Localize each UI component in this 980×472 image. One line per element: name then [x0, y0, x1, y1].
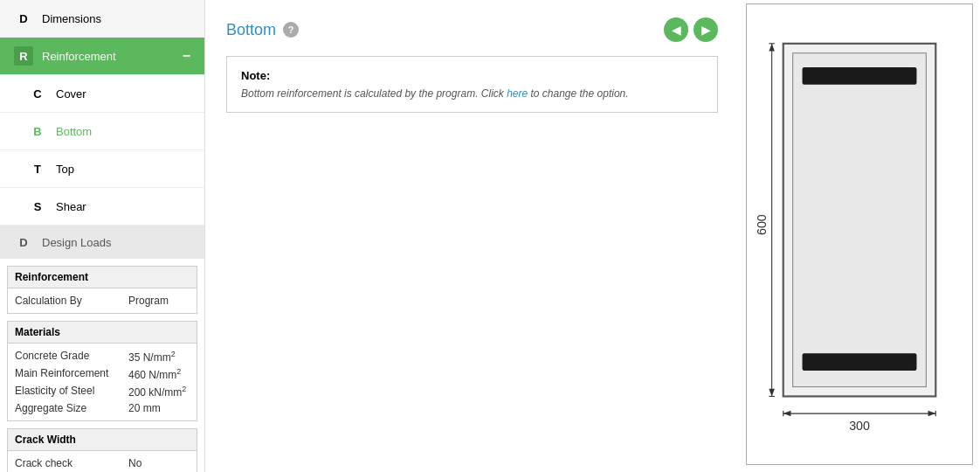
prev-button[interactable]: ◀ [664, 17, 688, 42]
top-letter: T [28, 159, 47, 178]
sidebar-item-reinforcement[interactable]: R Reinforcement − [0, 38, 204, 75]
bottom-letter: B [28, 121, 47, 141]
dimensions-letter: D [14, 9, 33, 28]
svg-marker-13 [928, 411, 936, 417]
concrete-grade-key: Concrete Grade [15, 350, 128, 364]
reinforcement-panel-body: Calculation By Program [8, 288, 197, 313]
elasticity-val: 200 kN/mm2 [128, 385, 186, 399]
note-text: Bottom reinforcement is calculated by th… [241, 87, 703, 100]
crack-width-panel-header: Crack Width [8, 429, 197, 451]
sidebar-item-cover[interactable]: C Cover [0, 75, 204, 113]
concrete-grade-row: Concrete Grade 35 N/mm2 [15, 348, 190, 365]
note-title: Note: [241, 69, 703, 82]
sidebar-item-dimensions[interactable]: D Dimensions [0, 0, 204, 38]
main-title-area: Bottom ? [226, 21, 299, 39]
dimensions-label: Dimensions [42, 12, 190, 25]
reinforcement-info-panel: Reinforcement Calculation By Program [7, 266, 197, 314]
materials-panel-header: Materials [8, 322, 197, 344]
calculation-by-row: Calculation By Program [15, 293, 190, 309]
main-header: Bottom ? ◀ ▶ [226, 17, 718, 42]
note-box: Note: Bottom reinforcement is calculated… [226, 56, 718, 113]
note-text-after: to change the option. [528, 87, 628, 100]
note-text-before: Bottom reinforcement is calculated by th… [241, 87, 507, 100]
materials-info-panel: Materials Concrete Grade 35 N/mm2 Main R… [7, 321, 197, 421]
svg-rect-1 [793, 53, 927, 387]
aggregate-size-key: Aggregate Size [15, 402, 128, 414]
design-loads-letter: D [14, 233, 33, 252]
svg-rect-2 [803, 67, 917, 85]
main-reinforcement-val: 460 N/mm2 [128, 367, 181, 381]
sidebar: D Dimensions R Reinforcement − C Cover B… [0, 0, 205, 472]
sidebar-item-bottom[interactable]: B Bottom [0, 113, 204, 150]
sidebar-item-shear[interactable]: S Shear [0, 188, 204, 226]
reinforcement-label: Reinforcement [42, 50, 183, 63]
svg-rect-3 [803, 353, 917, 371]
sidebar-item-top[interactable]: T Top [0, 150, 204, 188]
cross-section-diagram: 600 300 [755, 24, 964, 444]
nav-arrows: ◀ ▶ [664, 17, 718, 42]
dim-300-label: 300 [849, 419, 870, 433]
crack-width-info-panel: Crack Width Crack check No Allowable 0.3… [7, 428, 197, 472]
calculation-by-val: Program [128, 295, 169, 307]
main-content: Bottom ? ◀ ▶ Note: Bottom reinforcement … [205, 0, 739, 472]
concrete-grade-val: 35 N/mm2 [128, 350, 176, 364]
svg-marker-12 [783, 411, 791, 417]
aggregate-size-val: 20 mm [128, 402, 161, 414]
sidebar-section-design-loads[interactable]: D Design Loads [0, 226, 204, 259]
calculation-by-key: Calculation By [15, 295, 128, 307]
main-reinforcement-row: Main Reinforcement 460 N/mm2 [15, 365, 190, 383]
note-link[interactable]: here [507, 87, 528, 100]
page-title: Bottom [226, 21, 276, 39]
crack-check-key: Crack check [15, 457, 128, 469]
crack-check-val: No [128, 457, 141, 469]
help-icon[interactable]: ? [283, 22, 299, 38]
svg-marker-8 [769, 389, 775, 397]
diagram-panel: 600 300 [746, 3, 973, 465]
reinforcement-panel-header: Reinforcement [8, 267, 197, 288]
crack-check-row: Crack check No [15, 455, 190, 471]
main-reinforcement-key: Main Reinforcement [15, 367, 128, 381]
reinforcement-minus: − [183, 48, 190, 64]
reinforcement-letter: R [14, 46, 33, 66]
next-button[interactable]: ▶ [694, 17, 718, 42]
shear-letter: S [28, 197, 47, 216]
cover-label: Cover [56, 87, 190, 101]
elasticity-key: Elasticity of Steel [15, 385, 128, 399]
shear-label: Shear [56, 200, 190, 213]
aggregate-size-row: Aggregate Size 20 mm [15, 400, 190, 416]
materials-panel-body: Concrete Grade 35 N/mm2 Main Reinforceme… [8, 344, 197, 420]
cover-letter: C [28, 84, 47, 103]
bottom-label: Bottom [56, 125, 190, 138]
dim-600-label: 600 [755, 214, 769, 235]
crack-width-panel-body: Crack check No Allowable 0.3 mm [8, 451, 197, 472]
elasticity-row: Elasticity of Steel 200 kN/mm2 [15, 383, 190, 400]
design-loads-label: Design Loads [42, 236, 112, 249]
top-label: Top [56, 163, 190, 176]
svg-marker-7 [769, 44, 775, 52]
